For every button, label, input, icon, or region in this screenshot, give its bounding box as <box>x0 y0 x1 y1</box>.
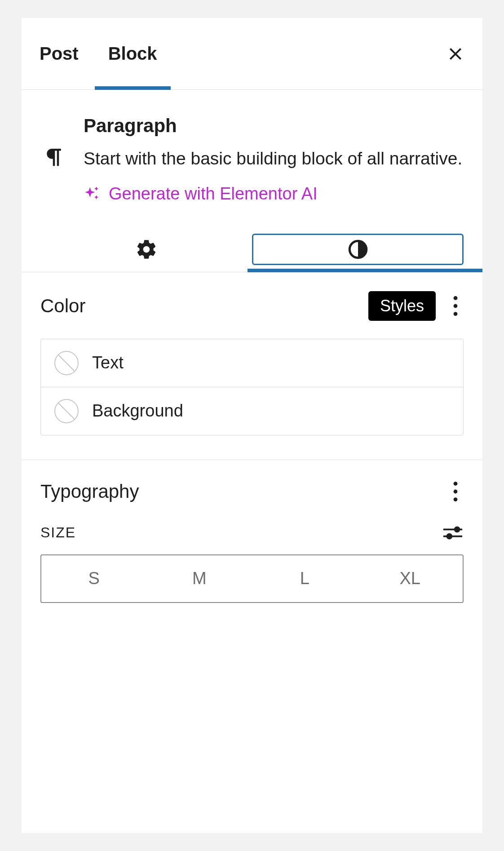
block-description: Paragraph Start with the basic building … <box>22 90 482 217</box>
section-head-typography: Typography <box>40 479 464 504</box>
color-list: Text Background <box>40 339 464 435</box>
subtab-styles[interactable] <box>252 227 464 272</box>
styles-tooltip: Styles <box>368 291 436 321</box>
generate-ai-label: Generate with Elementor AI <box>109 184 318 204</box>
svg-point-8 <box>455 527 460 532</box>
size-option-l[interactable]: L <box>252 555 358 602</box>
sparkle-icon <box>84 185 101 202</box>
svg-point-3 <box>454 312 458 316</box>
no-color-swatch-icon <box>54 399 79 423</box>
svg-point-5 <box>454 489 458 493</box>
section-typography: Typography SIZE S M L XL <box>22 460 482 627</box>
subtab-settings[interactable] <box>40 227 252 272</box>
color-label-text: Text <box>92 353 124 372</box>
kebab-icon <box>453 482 458 501</box>
block-title: Paragraph <box>84 115 464 137</box>
size-segmented-control: S M L XL <box>40 554 464 603</box>
custom-size-button[interactable] <box>442 522 464 544</box>
kebab-icon <box>453 296 458 316</box>
color-options-menu[interactable] <box>447 293 464 319</box>
half-circle-icon <box>347 238 369 261</box>
gear-icon <box>135 238 158 261</box>
size-option-xl[interactable]: XL <box>358 555 463 602</box>
close-icon <box>447 45 464 63</box>
typography-options-menu[interactable] <box>447 479 464 504</box>
svg-point-2 <box>454 304 458 308</box>
inspector-tabs: Post Block <box>22 18 482 90</box>
paragraph-icon <box>40 115 67 204</box>
size-label: SIZE <box>40 524 76 541</box>
color-label-background: Background <box>92 401 183 421</box>
color-row-background[interactable]: Background <box>41 387 463 435</box>
section-color: Color Styles Text Background <box>22 272 482 460</box>
svg-point-6 <box>454 497 458 501</box>
svg-point-10 <box>447 534 451 538</box>
size-row: SIZE <box>40 522 464 544</box>
size-option-m[interactable]: M <box>147 555 252 602</box>
section-title-typography: Typography <box>40 481 139 502</box>
section-head-color: Color Styles <box>40 291 464 321</box>
svg-point-1 <box>454 296 458 300</box>
close-button[interactable] <box>445 43 466 65</box>
size-option-s[interactable]: S <box>41 555 147 602</box>
tab-block[interactable]: Block <box>95 18 171 89</box>
block-description-text: Paragraph Start with the basic building … <box>84 115 464 204</box>
section-title-color: Color <box>40 295 85 317</box>
tab-post[interactable]: Post <box>38 18 95 89</box>
block-caption: Start with the basic building block of a… <box>84 146 464 171</box>
svg-point-4 <box>454 482 458 486</box>
block-inspector-panel: Post Block Paragraph Start with the basi… <box>22 18 482 833</box>
color-row-text[interactable]: Text <box>41 339 463 387</box>
block-subtabs <box>22 217 482 272</box>
generate-ai-link[interactable]: Generate with Elementor AI <box>84 184 464 204</box>
sliders-icon <box>442 525 463 541</box>
no-color-swatch-icon <box>54 351 79 375</box>
